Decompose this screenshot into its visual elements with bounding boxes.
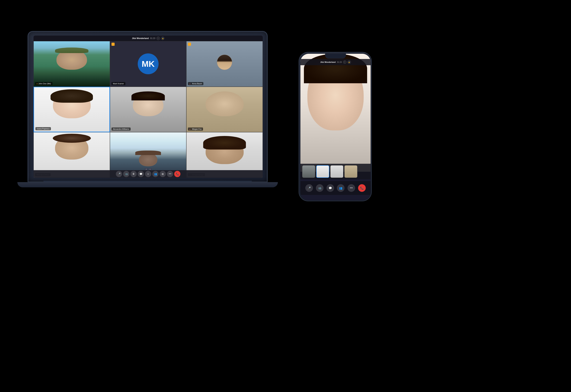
phone-thumbnails	[301, 164, 371, 179]
video-cell-alexandra[interactable]: Alexandra Williams	[110, 87, 186, 132]
emoji-button[interactable]: ☺	[145, 171, 151, 177]
megan-name-label: Megan Fox	[188, 127, 203, 131]
video-cell-anna[interactable]: Anna Baum	[186, 41, 263, 87]
mark-name: Mark Kramer	[113, 83, 124, 85]
phone-main-video[interactable]: Jitsi Wonderland 01:23 ⟳ 🔒	[301, 54, 371, 172]
phone-shadow	[306, 201, 364, 206]
phone-chat-button[interactable]: 💬	[327, 184, 334, 192]
phone-end-call-button[interactable]: 📞	[358, 184, 366, 192]
phone-header: Jitsi Wonderland 01:23 ⟳ 🔒	[301, 59, 371, 65]
speed-icon[interactable]: ⟳	[157, 37, 160, 40]
megan-name: Megan Fox	[192, 128, 202, 130]
laptop-shadow	[44, 181, 252, 183]
megan-mute-icon	[189, 128, 191, 130]
mark-badge	[111, 43, 115, 46]
phone-mic-button[interactable]: 🎤	[305, 184, 313, 192]
megan-video	[186, 87, 263, 132]
ioana-name: Ioana Popescu	[37, 128, 49, 130]
thumb-1[interactable]	[302, 165, 315, 178]
phone: Jitsi Wonderland 01:23 ⟳ 🔒	[299, 52, 372, 201]
phone-meeting-title: Jitsi Wonderland	[320, 61, 335, 63]
mic-up-arrow[interactable]: ▲	[145, 168, 148, 170]
screen-share-button[interactable]: 🖥	[130, 171, 137, 177]
laptop-screen: Jitsi Wonderland 01:23 ⟳ 🔒 John Doe (Me)	[33, 36, 263, 178]
anna-name-label: Anna Baum	[188, 82, 203, 85]
video-cell-mark[interactable]: MK Mark Kramer	[110, 41, 186, 87]
phone-body: Jitsi Wonderland 01:23 ⟳ 🔒	[299, 52, 372, 201]
phone-more-button[interactable]: •••	[347, 184, 355, 192]
cam-up-arrow[interactable]: ▲	[149, 168, 152, 170]
thumb-2-inner	[316, 166, 329, 177]
phone-timer: 01:23	[337, 61, 342, 63]
alexandra-name: Alexandra Williams	[113, 128, 129, 130]
anna-avatar	[217, 55, 232, 70]
thumb-4[interactable]	[344, 165, 357, 178]
lock-icon[interactable]: 🔒	[161, 37, 164, 40]
mark-name-label: Mark Kramer	[111, 82, 125, 85]
thumb-1-inner	[302, 166, 315, 178]
phone-screen: Jitsi Wonderland 01:23 ⟳ 🔒	[301, 54, 371, 200]
laptop-camera	[147, 33, 148, 35]
mic-button[interactable]: 🎤	[116, 171, 122, 177]
video-cell-john[interactable]: John Doe (Me)	[33, 41, 110, 87]
john-name: John Doe (Me)	[38, 83, 51, 85]
laptop: Jitsi Wonderland 01:23 ⟳ 🔒 John Doe (Me)	[28, 31, 268, 187]
grid-button[interactable]: ⊞	[160, 171, 166, 177]
participants-button[interactable]: 👥	[152, 171, 159, 177]
phone-speed-icon[interactable]: ⟳	[343, 60, 346, 64]
video-grid: John Doe (Me) MK Mark Kramer	[33, 36, 263, 178]
alexandra-name-label: Alexandra Williams	[111, 127, 131, 131]
end-call-button[interactable]: 📞	[174, 171, 180, 177]
phone-toolbar: 🎤 📹 💬 👥 ••• 📞	[301, 181, 371, 195]
john-video	[34, 41, 110, 86]
phone-participants-button[interactable]: 👥	[337, 184, 345, 192]
camera-button[interactable]: 📹	[123, 171, 129, 177]
laptop-timer: 01:23	[150, 37, 155, 40]
john-name-label: John Doe (Me)	[35, 82, 52, 85]
thumb-2[interactable]	[316, 165, 329, 178]
laptop-body: Jitsi Wonderland 01:23 ⟳ 🔒 John Doe (Me)	[28, 31, 268, 182]
ioana-name-label: Ioana Popescu	[35, 127, 51, 130]
video-cell-ioana[interactable]: Ioana Popescu	[33, 87, 110, 132]
mark-avatar: MK	[138, 54, 159, 74]
anna-name: Anna Baum	[192, 83, 202, 85]
phone-main-figure	[301, 54, 371, 172]
ioana-video	[34, 87, 109, 132]
laptop-screen-header: Jitsi Wonderland 01:23 ⟳ 🔒	[33, 36, 263, 41]
alexandra-video	[110, 87, 186, 132]
laptop-meeting-title: Jitsi Wonderland	[132, 37, 149, 40]
more-button[interactable]: •••	[167, 171, 173, 177]
thumb-3[interactable]	[330, 165, 343, 178]
phone-lock-icon[interactable]: 🔒	[348, 60, 351, 64]
chat-button[interactable]: 💬	[138, 171, 144, 177]
phone-camera-button[interactable]: 📹	[316, 184, 324, 192]
phone-notch	[325, 54, 346, 59]
anna-badge	[188, 43, 191, 46]
video-cell-megan[interactable]: Megan Fox	[186, 87, 263, 132]
anna-mute-icon	[189, 83, 191, 84]
crown-icon	[36, 83, 38, 85]
scene: Jitsi Wonderland 01:23 ⟳ 🔒 John Doe (Me)	[0, 0, 571, 392]
thumb-4-inner	[345, 166, 357, 178]
laptop-toolbar: 🎤 📹 🖥 💬 ☺ 👥 ⊞ ••• 📞	[33, 170, 263, 178]
toolbar-up-arrows: ▲ ▲	[145, 168, 152, 170]
thumb-3-inner	[331, 166, 343, 178]
